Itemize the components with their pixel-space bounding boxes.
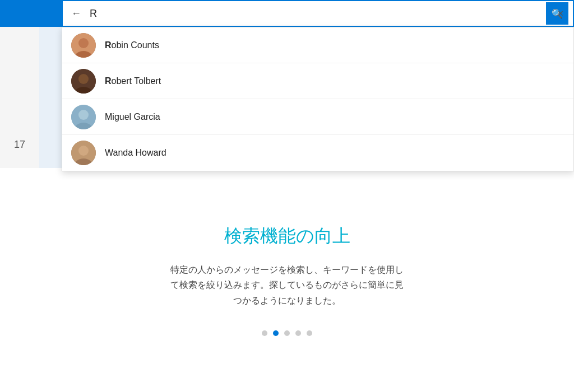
search-bar: ← 🔍: [62, 0, 574, 27]
svg-point-7: [78, 110, 89, 120]
svg-point-4: [78, 74, 89, 84]
pagination-dots: [262, 330, 312, 336]
avatar-robin: [71, 33, 96, 58]
result-item-robert[interactable]: Robert Tolbert: [62, 63, 573, 99]
result-name-wanda: Wanda Howard: [105, 148, 166, 158]
dot-2[interactable]: [273, 330, 279, 336]
highlight-r: R: [105, 40, 112, 50]
search-overlay: ← 🔍 Robin Counts: [62, 0, 574, 171]
dot-4[interactable]: [295, 330, 301, 336]
slide-body: 特定の人からのメッセージを検索し、キーワードを使用して検索を絞り込みます。探して…: [169, 262, 405, 308]
search-dropdown: Robin Counts Robert Tolbert: [62, 27, 574, 171]
dot-5[interactable]: [307, 330, 312, 336]
slide-area: 検索機能の向上 特定の人からのメッセージを検索し、キーワードを使用して検索を絞り…: [0, 168, 574, 392]
slide-title: 検索機能の向上: [224, 224, 350, 249]
result-item-miguel[interactable]: Miguel Garcia: [62, 99, 573, 135]
result-item-wanda[interactable]: Wanda Howard: [62, 135, 573, 171]
close-button[interactable]: ×: [552, 4, 570, 22]
highlight-r2: R: [105, 76, 112, 86]
svg-point-1: [78, 38, 89, 48]
search-input[interactable]: [85, 8, 546, 20]
dot-3[interactable]: [284, 330, 290, 336]
result-name-robert: Robert Tolbert: [105, 76, 161, 86]
back-button[interactable]: ←: [67, 4, 85, 22]
avatar-wanda: [71, 141, 96, 165]
result-name-robin: Robin Counts: [105, 40, 159, 50]
result-name-miguel: Miguel Garcia: [105, 112, 160, 122]
result-item-robin[interactable]: Robin Counts: [62, 27, 573, 63]
avatar-robert: [71, 69, 96, 94]
avatar-miguel: [71, 105, 96, 129]
dot-1[interactable]: [262, 330, 267, 336]
svg-point-10: [78, 146, 89, 156]
sidebar-number-17: 17: [14, 139, 25, 151]
